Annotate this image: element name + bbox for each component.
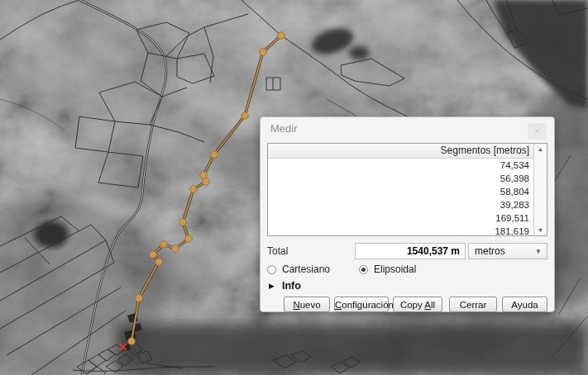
segment-row: 58,804: [268, 185, 533, 198]
cerrar-button[interactable]: Cerrar: [449, 297, 497, 312]
segment-row: 74,534: [268, 159, 533, 172]
scrollbar[interactable]: ▲ ▼: [533, 144, 547, 235]
radio-label: Cartesiano: [282, 263, 330, 275]
ayuda-button[interactable]: Ayuda: [502, 297, 547, 312]
measure-dialog: Medir × Segmentos [metros] 74,53456,3985…: [260, 116, 555, 312]
radio-label: Elipsoidal: [374, 263, 416, 275]
chevron-down-icon: ▼: [535, 244, 542, 259]
expander-arrow-icon: ▶: [269, 282, 275, 290]
unit-dropdown[interactable]: metros ▼: [468, 243, 547, 259]
dialog-title[interactable]: Medir: [270, 122, 298, 135]
nuevo-button[interactable]: Nuevo: [284, 297, 330, 312]
close-icon[interactable]: ×: [528, 123, 547, 140]
copy-all-button[interactable]: Copy All: [393, 297, 442, 312]
segment-row: 181,619: [268, 225, 533, 235]
radio-elipsoidal[interactable]: Elipsoidal: [359, 263, 416, 275]
map-canvas[interactable]: Medir × Segmentos [metros] 74,53456,3985…: [0, 0, 588, 375]
radio-cartesiano[interactable]: Cartesiano: [267, 263, 359, 275]
total-label: Total: [267, 245, 288, 257]
segment-row: 56,398: [268, 172, 533, 185]
segment-row: 169,511: [268, 211, 533, 225]
unit-selected: metros: [475, 245, 505, 257]
info-label: Info: [282, 280, 301, 292]
segments-list: 74,53456,39858,80439,283169,511181,619: [268, 159, 533, 235]
total-value-field[interactable]: 1540,537 m: [355, 243, 466, 259]
radio-icon: [267, 265, 276, 274]
segments-column-header[interactable]: Segmentos [metros]: [268, 144, 533, 159]
radio-icon: [359, 265, 368, 274]
scroll-up-icon[interactable]: ▲: [534, 144, 547, 154]
info-expander[interactable]: ▶ Info: [269, 279, 547, 292]
configuracion-button[interactable]: Configuración: [334, 297, 389, 312]
segment-row: 39,283: [268, 198, 533, 211]
scroll-down-icon[interactable]: ▼: [534, 225, 547, 235]
segments-table[interactable]: Segmentos [metros] 74,53456,39858,80439,…: [267, 143, 547, 236]
